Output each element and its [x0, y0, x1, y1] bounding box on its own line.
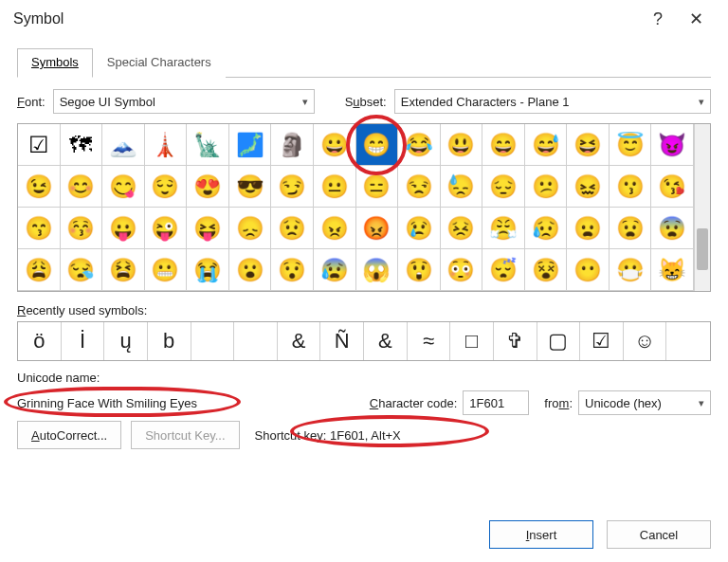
recent-cell[interactable]: ö: [18, 322, 62, 360]
close-icon[interactable]: ✕: [677, 9, 715, 29]
symbol-cell[interactable]: 😜: [145, 208, 188, 249]
symbol-cell[interactable]: 😒: [398, 166, 441, 208]
symbol-cell[interactable]: 😮: [229, 249, 272, 291]
subset-combo[interactable]: Extended Characters - Plane 1 ▾: [394, 89, 711, 114]
recent-cell[interactable]: &: [278, 322, 321, 360]
font-value: Segoe UI Symbol: [60, 95, 155, 109]
font-label: Font:: [17, 95, 46, 109]
recent-cell[interactable]: □: [450, 322, 494, 360]
recent-cell[interactable]: ų: [104, 322, 148, 360]
symbol-cell[interactable]: 😍: [187, 166, 229, 208]
symbol-cell[interactable]: 😲: [398, 249, 441, 291]
symbol-cell[interactable]: 😞: [229, 208, 272, 249]
recent-cell[interactable]: ≈: [408, 322, 451, 360]
char-code-field[interactable]: 1F601: [463, 390, 529, 415]
symbol-cell[interactable]: 😇: [610, 124, 652, 166]
symbol-cell[interactable]: 😟: [271, 208, 314, 249]
symbol-cell[interactable]: 😷: [610, 249, 652, 291]
insert-button[interactable]: Insert: [489, 520, 593, 549]
font-combo[interactable]: Segoe UI Symbol ▾: [53, 89, 315, 114]
symbol-grid[interactable]: ☑🗺🗻🗼🗽🗾🗿😀😁😂😃😄😅😆😇😈😉😊😋😌😍😎😏😐😑😒😓😔😕😖😗😘😙😚😛😜😝😞😟😠…: [18, 124, 694, 291]
symbol-cell[interactable]: 😐: [314, 166, 356, 208]
symbol-cell[interactable]: 😫: [102, 249, 145, 291]
font-subset-row: Font: Segoe UI Symbol ▾ Subset: Extended…: [0, 78, 728, 119]
symbol-cell[interactable]: 😝: [187, 208, 229, 249]
symbol-cell[interactable]: 😴: [482, 249, 525, 291]
symbol-cell[interactable]: 😅: [525, 124, 568, 166]
symbol-cell[interactable]: 🗾: [229, 124, 272, 166]
recent-cell[interactable]: [234, 322, 278, 360]
scrollbar[interactable]: [694, 124, 710, 291]
symbol-cell[interactable]: 😘: [651, 166, 694, 208]
recent-cell[interactable]: b: [148, 322, 191, 360]
symbol-cell[interactable]: 😧: [610, 208, 652, 249]
symbol-cell[interactable]: 😃: [441, 124, 483, 166]
tab-symbols[interactable]: Symbols: [17, 48, 93, 78]
symbol-cell[interactable]: 😰: [314, 249, 356, 291]
symbol-cell[interactable]: 🗺: [61, 124, 103, 166]
symbol-cell[interactable]: 😵: [525, 249, 568, 291]
symbol-cell[interactable]: 😳: [441, 249, 483, 291]
symbol-cell[interactable]: 😙: [18, 208, 61, 249]
symbol-cell[interactable]: 😶: [567, 249, 610, 291]
from-combo[interactable]: Unicode (hex) ▾: [578, 390, 711, 415]
symbol-cell[interactable]: 😏: [271, 166, 314, 208]
symbol-cell[interactable]: 😪: [61, 249, 103, 291]
tab-special-characters[interactable]: Special Characters: [93, 48, 226, 78]
symbol-cell[interactable]: 😠: [314, 208, 356, 249]
symbol-cell[interactable]: 🗻: [102, 124, 145, 166]
symbol-cell[interactable]: 😓: [441, 166, 483, 208]
symbol-cell[interactable]: 😈: [651, 124, 694, 166]
recent-cell[interactable]: İ: [62, 322, 105, 360]
recent-cell[interactable]: ☑: [580, 322, 624, 360]
recent-cell[interactable]: ▢: [537, 322, 581, 360]
symbol-cell[interactable]: 😛: [102, 208, 145, 249]
symbol-cell[interactable]: 😖: [567, 166, 610, 208]
symbol-cell[interactable]: 😎: [229, 166, 272, 208]
symbol-cell[interactable]: 😣: [441, 208, 483, 249]
symbol-cell[interactable]: 😄: [482, 124, 525, 166]
symbol-cell[interactable]: 😡: [356, 208, 399, 249]
symbol-cell[interactable]: 😌: [145, 166, 188, 208]
recent-cell[interactable]: [666, 322, 710, 360]
symbol-cell[interactable]: 😂: [398, 124, 441, 166]
symbol-cell[interactable]: 😸: [651, 249, 694, 291]
recent-cell[interactable]: [191, 322, 235, 360]
cancel-button[interactable]: Cancel: [607, 520, 711, 549]
symbol-cell[interactable]: 😬: [145, 249, 188, 291]
symbol-cell[interactable]: 😦: [567, 208, 610, 249]
recent-cell[interactable]: ☺: [624, 322, 667, 360]
recent-cell[interactable]: Ñ: [320, 322, 364, 360]
symbol-cell[interactable]: 😀: [314, 124, 356, 166]
symbol-cell[interactable]: 😆: [567, 124, 610, 166]
symbol-cell[interactable]: 😨: [651, 208, 694, 249]
symbol-cell[interactable]: 😱: [356, 249, 399, 291]
scrollbar-thumb[interactable]: [697, 228, 708, 270]
symbol-cell[interactable]: 😢: [398, 208, 441, 249]
recent-row[interactable]: öİųb&Ñ&≈□✞▢☑☺: [17, 321, 711, 361]
symbol-cell[interactable]: 😊: [61, 166, 103, 208]
symbol-cell[interactable]: 😉: [18, 166, 61, 208]
symbol-cell[interactable]: 😋: [102, 166, 145, 208]
symbol-cell[interactable]: 🗼: [145, 124, 188, 166]
symbol-cell[interactable]: 😕: [525, 166, 568, 208]
symbol-cell[interactable]: 😁: [356, 124, 399, 166]
symbol-cell[interactable]: 😯: [271, 249, 314, 291]
help-icon[interactable]: ?: [639, 9, 677, 29]
recent-cell[interactable]: &: [364, 322, 408, 360]
symbol-cell[interactable]: 😩: [18, 249, 61, 291]
symbol-cell[interactable]: 😗: [610, 166, 652, 208]
shortcut-key-button[interactable]: Shortcut Key...: [131, 421, 239, 449]
symbol-cell[interactable]: 😚: [61, 208, 103, 249]
recent-label: Recently used symbols:: [0, 292, 728, 321]
recent-cell[interactable]: ✞: [494, 322, 537, 360]
autocorrect-button[interactable]: AutoCorrect...: [17, 421, 121, 449]
symbol-cell[interactable]: 😥: [525, 208, 568, 249]
symbol-cell[interactable]: ☑: [18, 124, 61, 166]
symbol-cell[interactable]: 😭: [187, 249, 229, 291]
symbol-cell[interactable]: 🗽: [187, 124, 229, 166]
symbol-cell[interactable]: 😔: [482, 166, 525, 208]
symbol-cell[interactable]: 🗿: [271, 124, 314, 166]
symbol-cell[interactable]: 😤: [482, 208, 525, 249]
symbol-cell[interactable]: 😑: [356, 166, 399, 208]
